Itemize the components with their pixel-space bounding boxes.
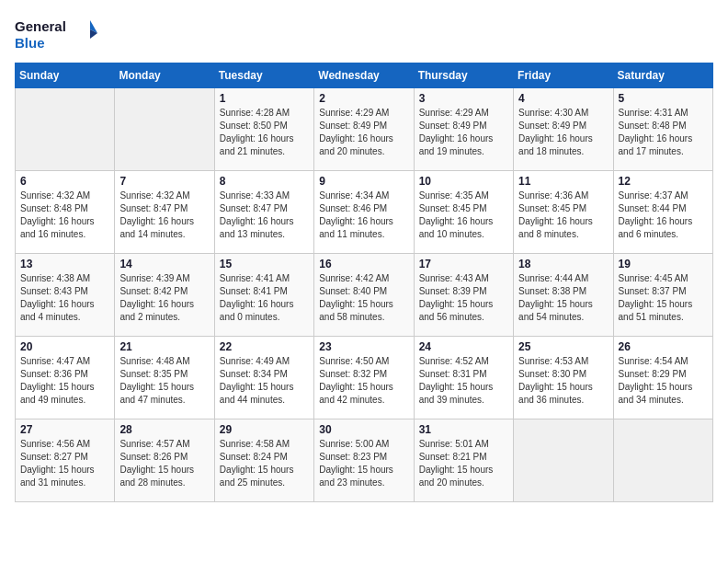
calendar-week-5: 27Sunrise: 4:56 AMSunset: 8:27 PMDayligh… <box>16 419 713 502</box>
day-number: 7 <box>119 175 209 188</box>
calendar-cell: 2Sunrise: 4:29 AMSunset: 8:49 PMDaylight… <box>314 88 414 171</box>
day-info: Sunrise: 4:56 AMSunset: 8:27 PMDaylight:… <box>20 438 109 489</box>
day-info: Sunrise: 4:33 AMSunset: 8:47 PMDaylight:… <box>220 190 309 241</box>
day-number: 31 <box>419 423 508 436</box>
calendar-week-1: 1Sunrise: 4:28 AMSunset: 8:50 PMDaylight… <box>16 88 713 171</box>
calendar-cell: 29Sunrise: 4:58 AMSunset: 8:24 PMDayligh… <box>214 419 313 502</box>
calendar-cell: 25Sunrise: 4:53 AMSunset: 8:30 PMDayligh… <box>514 337 613 419</box>
day-number: 17 <box>419 258 508 270</box>
day-info: Sunrise: 4:53 AMSunset: 8:30 PMDaylight:… <box>518 355 608 407</box>
day-info: Sunrise: 4:47 AMSunset: 8:36 PMDaylight:… <box>20 355 109 407</box>
calendar-cell: 20Sunrise: 4:47 AMSunset: 8:36 PMDayligh… <box>16 337 115 419</box>
day-info: Sunrise: 4:52 AMSunset: 8:31 PMDaylight:… <box>419 355 508 407</box>
day-info: Sunrise: 4:29 AMSunset: 8:49 PMDaylight:… <box>319 107 408 158</box>
day-info: Sunrise: 4:32 AMSunset: 8:47 PMDaylight:… <box>119 190 209 241</box>
svg-text:General: General <box>15 18 66 34</box>
calendar-cell: 26Sunrise: 4:54 AMSunset: 8:29 PMDayligh… <box>613 337 712 419</box>
calendar-cell: 15Sunrise: 4:41 AMSunset: 8:41 PMDayligh… <box>214 254 313 337</box>
day-info: Sunrise: 4:57 AMSunset: 8:26 PMDaylight:… <box>119 438 209 489</box>
calendar-cell: 22Sunrise: 4:49 AMSunset: 8:34 PMDayligh… <box>214 337 313 419</box>
day-info: Sunrise: 4:38 AMSunset: 8:43 PMDaylight:… <box>20 272 109 324</box>
day-number: 11 <box>518 175 608 188</box>
calendar-cell: 8Sunrise: 4:33 AMSunset: 8:47 PMDaylight… <box>214 171 313 254</box>
calendar-cell: 7Sunrise: 4:32 AMSunset: 8:47 PMDaylight… <box>115 171 214 254</box>
day-info: Sunrise: 4:32 AMSunset: 8:48 PMDaylight:… <box>20 190 109 241</box>
day-info: Sunrise: 4:39 AMSunset: 8:42 PMDaylight:… <box>119 272 209 324</box>
day-info: Sunrise: 4:41 AMSunset: 8:41 PMDaylight:… <box>220 272 309 324</box>
day-info: Sunrise: 4:29 AMSunset: 8:49 PMDaylight:… <box>419 107 508 158</box>
day-number: 23 <box>319 340 408 353</box>
day-number: 16 <box>319 258 408 270</box>
day-info: Sunrise: 4:42 AMSunset: 8:40 PMDaylight:… <box>319 272 408 324</box>
calendar-cell: 18Sunrise: 4:44 AMSunset: 8:38 PMDayligh… <box>514 254 613 337</box>
calendar-cell <box>115 88 214 171</box>
day-number: 21 <box>119 340 209 353</box>
calendar-body: 1Sunrise: 4:28 AMSunset: 8:50 PMDaylight… <box>16 88 713 502</box>
svg-text:Blue: Blue <box>15 35 45 51</box>
calendar-cell: 19Sunrise: 4:45 AMSunset: 8:37 PMDayligh… <box>613 254 712 337</box>
day-number: 1 <box>220 92 309 105</box>
calendar-header-row: SundayMondayTuesdayWednesdayThursdayFrid… <box>16 63 713 88</box>
calendar-cell: 23Sunrise: 4:50 AMSunset: 8:32 PMDayligh… <box>314 337 414 419</box>
calendar-cell: 16Sunrise: 4:42 AMSunset: 8:40 PMDayligh… <box>314 254 414 337</box>
day-info: Sunrise: 5:00 AMSunset: 8:23 PMDaylight:… <box>319 438 408 489</box>
calendar-cell <box>16 88 115 171</box>
calendar-week-2: 6Sunrise: 4:32 AMSunset: 8:48 PMDaylight… <box>16 171 713 254</box>
day-info: Sunrise: 4:30 AMSunset: 8:49 PMDaylight:… <box>518 107 608 158</box>
column-header-tuesday: Tuesday <box>214 63 313 88</box>
day-number: 24 <box>419 340 508 353</box>
day-number: 22 <box>220 340 309 353</box>
day-number: 15 <box>220 258 309 270</box>
logo-icon: General Blue <box>15 15 97 55</box>
calendar-cell <box>514 419 613 502</box>
day-number: 27 <box>20 423 109 436</box>
day-number: 18 <box>518 258 608 270</box>
day-info: Sunrise: 4:54 AMSunset: 8:29 PMDaylight:… <box>619 355 708 407</box>
day-info: Sunrise: 4:58 AMSunset: 8:24 PMDaylight:… <box>220 438 309 489</box>
day-number: 29 <box>220 423 309 436</box>
day-number: 8 <box>220 175 309 188</box>
calendar-cell: 4Sunrise: 4:30 AMSunset: 8:49 PMDaylight… <box>514 88 613 171</box>
day-number: 5 <box>619 92 708 105</box>
day-number: 20 <box>20 340 109 353</box>
day-info: Sunrise: 4:48 AMSunset: 8:35 PMDaylight:… <box>119 355 209 407</box>
day-number: 25 <box>518 340 608 353</box>
day-info: Sunrise: 4:34 AMSunset: 8:46 PMDaylight:… <box>319 190 408 241</box>
calendar-cell <box>613 419 712 502</box>
day-info: Sunrise: 4:37 AMSunset: 8:44 PMDaylight:… <box>619 190 708 241</box>
day-info: Sunrise: 4:36 AMSunset: 8:45 PMDaylight:… <box>518 190 608 241</box>
calendar-cell: 6Sunrise: 4:32 AMSunset: 8:48 PMDaylight… <box>16 171 115 254</box>
day-info: Sunrise: 4:50 AMSunset: 8:32 PMDaylight:… <box>319 355 408 407</box>
calendar-cell: 1Sunrise: 4:28 AMSunset: 8:50 PMDaylight… <box>214 88 313 171</box>
calendar-cell: 30Sunrise: 5:00 AMSunset: 8:23 PMDayligh… <box>314 419 414 502</box>
calendar-week-3: 13Sunrise: 4:38 AMSunset: 8:43 PMDayligh… <box>16 254 713 337</box>
calendar-cell: 11Sunrise: 4:36 AMSunset: 8:45 PMDayligh… <box>514 171 613 254</box>
column-header-monday: Monday <box>115 63 214 88</box>
day-number: 9 <box>319 175 408 188</box>
calendar-cell: 10Sunrise: 4:35 AMSunset: 8:45 PMDayligh… <box>414 171 513 254</box>
calendar-week-4: 20Sunrise: 4:47 AMSunset: 8:36 PMDayligh… <box>16 337 713 419</box>
day-number: 14 <box>119 258 209 270</box>
day-number: 26 <box>619 340 708 353</box>
calendar-cell: 5Sunrise: 4:31 AMSunset: 8:48 PMDaylight… <box>613 88 712 171</box>
column-header-thursday: Thursday <box>414 63 513 88</box>
column-header-saturday: Saturday <box>613 63 712 88</box>
day-number: 6 <box>20 175 109 188</box>
column-header-friday: Friday <box>514 63 613 88</box>
calendar-table: SundayMondayTuesdayWednesdayThursdayFrid… <box>15 63 713 502</box>
day-info: Sunrise: 4:44 AMSunset: 8:38 PMDaylight:… <box>518 272 608 324</box>
day-number: 30 <box>319 423 408 436</box>
day-info: Sunrise: 4:45 AMSunset: 8:37 PMDaylight:… <box>619 272 708 324</box>
page-header: General Blue <box>15 15 713 55</box>
calendar-cell: 31Sunrise: 5:01 AMSunset: 8:21 PMDayligh… <box>414 419 513 502</box>
column-header-wednesday: Wednesday <box>314 63 414 88</box>
column-header-sunday: Sunday <box>16 63 115 88</box>
calendar-cell: 28Sunrise: 4:57 AMSunset: 8:26 PMDayligh… <box>115 419 214 502</box>
day-number: 4 <box>518 92 608 105</box>
day-number: 13 <box>20 258 109 270</box>
calendar-cell: 14Sunrise: 4:39 AMSunset: 8:42 PMDayligh… <box>115 254 214 337</box>
calendar-cell: 17Sunrise: 4:43 AMSunset: 8:39 PMDayligh… <box>414 254 513 337</box>
calendar-cell: 3Sunrise: 4:29 AMSunset: 8:49 PMDaylight… <box>414 88 513 171</box>
calendar-cell: 24Sunrise: 4:52 AMSunset: 8:31 PMDayligh… <box>414 337 513 419</box>
day-number: 19 <box>619 258 708 270</box>
